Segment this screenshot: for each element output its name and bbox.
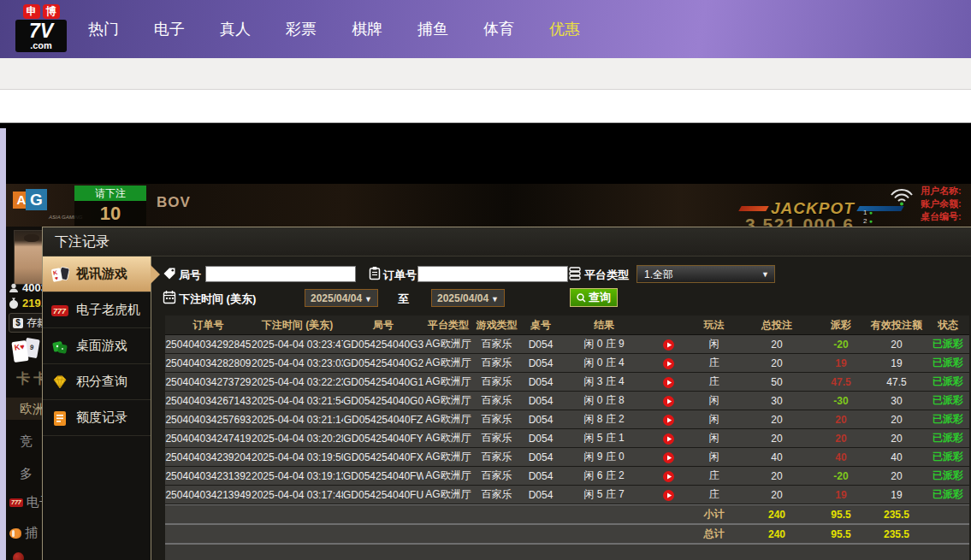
cell-order: 250404034273729: [165, 376, 252, 388]
nav-item-hot[interactable]: 热门: [88, 19, 119, 39]
cell-round: GD054254040FU: [343, 489, 423, 501]
date-from-value: 2025/04/04: [311, 292, 362, 304]
replay-button[interactable]: [663, 490, 674, 501]
cell-replay: [647, 413, 690, 425]
nav-item-lottery[interactable]: 彩票: [286, 19, 317, 39]
seat-1-dot: ●: [869, 209, 873, 215]
cell-valid: 30: [867, 395, 927, 407]
menu-label: 视讯游戏: [76, 266, 127, 282]
cell-replay: [647, 375, 690, 387]
site-topbar: 申 博 7V .com 热门 电子 真人 彩票 棋牌 捕鱼 体育 优惠: [0, 0, 971, 58]
betting-records-modal: 下注记录 K ♥ 视讯游戏 777 电子老虎机: [42, 227, 971, 560]
menu-item-points-query[interactable]: 积分查询: [43, 364, 151, 400]
cell-play: 庄: [690, 487, 738, 502]
nav-item-fishing[interactable]: 捕鱼: [417, 19, 448, 39]
moneybag-icon: [9, 298, 19, 309]
cell-status: 已派彩: [927, 450, 969, 464]
subtotal-row: 小计24095.5235.5: [165, 504, 969, 524]
cell-round: GD054254040FX: [343, 451, 423, 463]
nav-item-sports[interactable]: 体育: [483, 19, 514, 39]
cell-payout: 20: [815, 414, 867, 426]
cell-bet: 20: [738, 339, 815, 351]
nav-item-board-games[interactable]: 棋牌: [352, 19, 382, 39]
cell-payout: -20: [815, 339, 867, 351]
cell-result: 闲 6 庄 2: [561, 469, 647, 483]
table-row: 2504040342139492025-04-04 03:17:48GD0542…: [165, 486, 969, 504]
tag-icon: [163, 267, 176, 280]
card-front: K♥: [11, 340, 28, 363]
cell-time: 2025-04-04 03:21:54: [252, 395, 343, 407]
replay-button[interactable]: [663, 452, 674, 463]
site-logo[interactable]: 申 博 7V .com: [15, 4, 67, 52]
cell: 95.5: [815, 509, 867, 521]
date-to-picker[interactable]: 2025/04/04▼: [431, 289, 505, 307]
cell-replay: [647, 338, 690, 350]
round-number-input[interactable]: [205, 266, 356, 282]
column-header: 游戏类型: [473, 318, 520, 333]
balance-value: 219.: [22, 297, 44, 309]
replay-button[interactable]: [663, 377, 674, 388]
cell-status: 已派彩: [927, 356, 969, 370]
cell-play: 庄: [690, 356, 738, 370]
cell-valid: 20: [867, 414, 927, 426]
calendar-icon: [163, 290, 176, 304]
game-banner: A G ASIA GAMING 请下注 10 BOV JACKPOT 3,521…: [6, 184, 971, 227]
replay-button[interactable]: [663, 433, 674, 445]
bet-countdown: 10: [74, 201, 146, 226]
search-button[interactable]: 查询: [570, 288, 618, 307]
nav-item-electronic[interactable]: 电子: [154, 19, 185, 39]
cell-round: GD054254040FY: [343, 433, 423, 445]
user-info-labels: 用户名称: 账户余额: 桌台编号:: [921, 185, 971, 223]
menu-item-table-games[interactable]: 桌面游戏: [43, 328, 151, 364]
nav-item-live[interactable]: 真人: [220, 19, 251, 39]
seat-2-dot: ●: [869, 218, 873, 224]
column-header: 总投注: [738, 318, 815, 333]
menu-item-live-games[interactable]: K ♥ 视讯游戏: [43, 256, 151, 292]
cell-round: GD054254040G1: [343, 376, 423, 388]
order-number-label: 订单号: [383, 268, 417, 283]
cell-bet: 30: [738, 395, 815, 407]
menu-item-slot-machines[interactable]: 777 电子老虎机: [43, 292, 151, 328]
replay-button[interactable]: [663, 415, 674, 426]
search-icon: [577, 293, 586, 303]
replay-button[interactable]: [663, 339, 674, 351]
person-icon: [9, 283, 19, 293]
table-header: 订单号下注时间 (美东)局号平台类型游戏类型桌号结果玩法总投注派彩有效投注额状态: [165, 315, 969, 335]
cell-replay: [647, 469, 690, 481]
diamond-icon: [50, 373, 69, 392]
menu-item-quota-records[interactable]: 额度记录: [43, 400, 151, 436]
cell-bet: 20: [738, 470, 815, 482]
jackpot-red-bar: [738, 206, 768, 211]
cell-play: 闲: [690, 393, 738, 408]
cell-game: 百家乐: [473, 337, 520, 351]
cell-platform: AG欧洲厅: [423, 393, 473, 408]
cell-order: 250404034239204: [165, 451, 252, 463]
cell-play: 闲: [690, 431, 738, 445]
date-from-picker[interactable]: 2025/04/04▼: [305, 289, 378, 307]
address-bar[interactable]: https://gci.7vvvvvv.com/agingame/pcv2/in…: [0, 90, 971, 123]
logo-main-text: 7V: [15, 21, 67, 41]
replay-button[interactable]: [663, 471, 674, 482]
cell-payout: 47.5: [815, 376, 867, 388]
table-row: 2504040342928452025-04-04 03:23:47GD0542…: [165, 335, 969, 354]
ag-logo-g: G: [26, 189, 47, 210]
cell-status: 已派彩: [927, 431, 969, 445]
cell-game: 百家乐: [473, 412, 520, 427]
cell-valid: 20: [867, 433, 927, 445]
menu-label: 桌面游戏: [76, 338, 127, 354]
nav-item-promotions[interactable]: 优惠: [549, 19, 580, 39]
cell-result: 闲 3 庄 4: [561, 374, 647, 389]
cell-platform: AG欧洲厅: [423, 487, 473, 502]
order-number-input[interactable]: [417, 266, 568, 282]
table-row: 2504040342671432025-04-04 03:21:54GD0542…: [165, 392, 969, 410]
logo-badge-2: 博: [43, 4, 60, 19]
cell-result: 闲 9 庄 0: [561, 450, 647, 464]
clipboard-icon: [368, 266, 382, 280]
replay-button[interactable]: [663, 396, 674, 407]
cell-round: GD054254040FW: [343, 470, 423, 482]
modal-menu: K ♥ 视讯游戏 777 电子老虎机 桌面游戏: [43, 256, 151, 560]
replay-button[interactable]: [663, 358, 674, 369]
column-header: 派彩: [815, 318, 867, 333]
cell-round: GD054254040FZ: [343, 414, 423, 426]
platform-type-select[interactable]: 1.全部 ▼: [636, 265, 775, 283]
